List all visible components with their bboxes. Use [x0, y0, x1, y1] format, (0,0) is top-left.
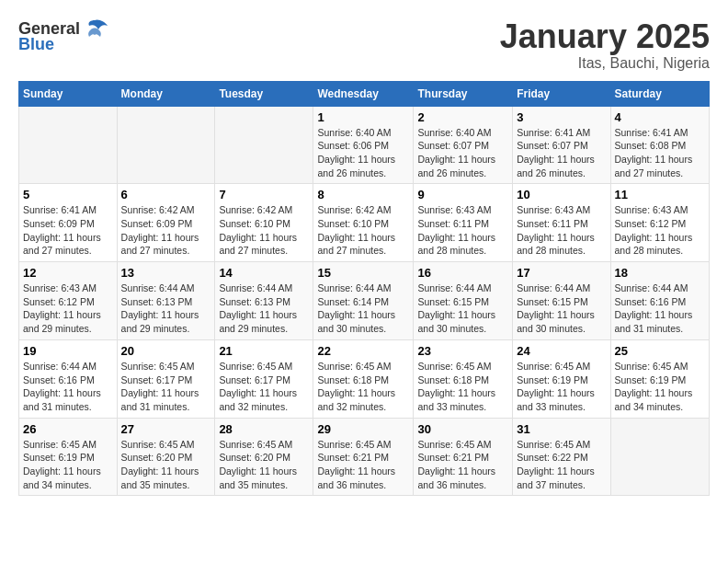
table-row: 3Sunrise: 6:41 AMSunset: 6:07 PMDaylight…: [513, 106, 610, 184]
table-row: 8Sunrise: 6:42 AMSunset: 6:10 PMDaylight…: [313, 184, 414, 262]
day-info: Sunrise: 6:45 AMSunset: 6:22 PMDaylight:…: [517, 438, 606, 492]
table-row: 26Sunrise: 6:45 AMSunset: 6:19 PMDayligh…: [19, 418, 118, 496]
day-number: 11: [615, 188, 705, 201]
day-info: Sunrise: 6:45 AMSunset: 6:21 PMDaylight:…: [417, 438, 508, 492]
table-row: 30Sunrise: 6:45 AMSunset: 6:21 PMDayligh…: [414, 418, 513, 496]
day-number: 29: [317, 422, 409, 436]
table-row: [117, 106, 215, 184]
table-row: 10Sunrise: 6:43 AMSunset: 6:11 PMDayligh…: [513, 184, 610, 262]
table-row: [215, 106, 313, 184]
table-row: [19, 106, 118, 184]
day-info: Sunrise: 6:42 AMSunset: 6:10 PMDaylight:…: [317, 203, 409, 258]
table-row: 23Sunrise: 6:45 AMSunset: 6:18 PMDayligh…: [414, 339, 513, 418]
day-number: 26: [23, 422, 113, 436]
day-number: 28: [219, 422, 309, 436]
day-number: 21: [219, 344, 309, 358]
day-number: 18: [615, 266, 705, 280]
day-info: Sunrise: 6:40 AMSunset: 6:07 PMDaylight:…: [417, 126, 508, 180]
header-tuesday: Tuesday: [215, 81, 313, 106]
calendar-week-row: 19Sunrise: 6:44 AMSunset: 6:16 PMDayligh…: [19, 339, 710, 418]
header-monday: Monday: [117, 81, 215, 106]
table-row: 6Sunrise: 6:42 AMSunset: 6:09 PMDaylight…: [117, 184, 215, 262]
day-info: Sunrise: 6:45 AMSunset: 6:20 PMDaylight:…: [219, 438, 309, 492]
day-info: Sunrise: 6:43 AMSunset: 6:12 PMDaylight:…: [615, 203, 705, 258]
table-row: 9Sunrise: 6:43 AMSunset: 6:11 PMDaylight…: [414, 184, 513, 262]
day-info: Sunrise: 6:45 AMSunset: 6:18 PMDaylight:…: [417, 360, 508, 414]
calendar-week-row: 5Sunrise: 6:41 AMSunset: 6:09 PMDaylight…: [19, 184, 710, 262]
day-number: 17: [517, 266, 606, 280]
table-row: 24Sunrise: 6:45 AMSunset: 6:19 PMDayligh…: [513, 339, 610, 418]
day-info: Sunrise: 6:44 AMSunset: 6:15 PMDaylight:…: [517, 282, 606, 336]
table-row: 2Sunrise: 6:40 AMSunset: 6:07 PMDaylight…: [414, 106, 513, 184]
day-info: Sunrise: 6:45 AMSunset: 6:17 PMDaylight:…: [121, 360, 211, 414]
logo-bird-icon: [82, 18, 108, 39]
day-number: 19: [23, 344, 113, 358]
calendar-week-row: 26Sunrise: 6:45 AMSunset: 6:19 PMDayligh…: [19, 418, 710, 496]
table-row: 20Sunrise: 6:45 AMSunset: 6:17 PMDayligh…: [117, 339, 215, 418]
day-number: 6: [121, 188, 211, 201]
title-section: January 2025 Itas, Bauchi, Nigeria: [500, 18, 710, 72]
day-number: 5: [23, 188, 113, 201]
day-number: 31: [517, 422, 606, 436]
day-number: 4: [615, 110, 705, 124]
table-row: 13Sunrise: 6:44 AMSunset: 6:13 PMDayligh…: [117, 262, 215, 340]
day-info: Sunrise: 6:45 AMSunset: 6:21 PMDaylight:…: [317, 438, 409, 492]
table-row: 29Sunrise: 6:45 AMSunset: 6:21 PMDayligh…: [313, 418, 414, 496]
day-info: Sunrise: 6:45 AMSunset: 6:17 PMDaylight:…: [219, 360, 309, 414]
day-number: 15: [317, 266, 409, 280]
day-number: 16: [417, 266, 508, 280]
day-info: Sunrise: 6:41 AMSunset: 6:09 PMDaylight:…: [23, 203, 113, 258]
day-number: 7: [219, 188, 309, 201]
table-row: 22Sunrise: 6:45 AMSunset: 6:18 PMDayligh…: [313, 339, 414, 418]
day-info: Sunrise: 6:42 AMSunset: 6:10 PMDaylight:…: [219, 203, 309, 258]
day-info: Sunrise: 6:45 AMSunset: 6:19 PMDaylight:…: [517, 360, 606, 414]
day-number: 3: [517, 110, 606, 124]
table-row: 15Sunrise: 6:44 AMSunset: 6:14 PMDayligh…: [313, 262, 414, 340]
day-number: 10: [517, 188, 606, 201]
day-info: Sunrise: 6:40 AMSunset: 6:06 PMDaylight:…: [317, 126, 409, 180]
day-number: 1: [317, 110, 409, 124]
table-row: 14Sunrise: 6:44 AMSunset: 6:13 PMDayligh…: [215, 262, 313, 340]
day-info: Sunrise: 6:43 AMSunset: 6:11 PMDaylight:…: [517, 203, 606, 258]
day-number: 12: [23, 266, 113, 280]
day-info: Sunrise: 6:42 AMSunset: 6:09 PMDaylight:…: [121, 203, 211, 258]
day-number: 2: [417, 110, 508, 124]
day-info: Sunrise: 6:44 AMSunset: 6:16 PMDaylight:…: [615, 282, 705, 336]
table-row: 18Sunrise: 6:44 AMSunset: 6:16 PMDayligh…: [610, 262, 709, 340]
table-row: 12Sunrise: 6:43 AMSunset: 6:12 PMDayligh…: [19, 262, 118, 340]
page-header: General Blue January 2025 Itas, Bauchi, …: [18, 18, 710, 72]
day-info: Sunrise: 6:41 AMSunset: 6:07 PMDaylight:…: [517, 126, 606, 180]
table-row: 7Sunrise: 6:42 AMSunset: 6:10 PMDaylight…: [215, 184, 313, 262]
calendar-table: Sunday Monday Tuesday Wednesday Thursday…: [18, 81, 710, 497]
calendar-header-row: Sunday Monday Tuesday Wednesday Thursday…: [19, 81, 710, 106]
day-number: 30: [417, 422, 508, 436]
day-info: Sunrise: 6:45 AMSunset: 6:19 PMDaylight:…: [23, 438, 113, 492]
header-wednesday: Wednesday: [313, 81, 414, 106]
day-info: Sunrise: 6:45 AMSunset: 6:19 PMDaylight:…: [615, 360, 705, 414]
table-row: 27Sunrise: 6:45 AMSunset: 6:20 PMDayligh…: [117, 418, 215, 496]
day-number: 13: [121, 266, 211, 280]
table-row: 1Sunrise: 6:40 AMSunset: 6:06 PMDaylight…: [313, 106, 414, 184]
day-info: Sunrise: 6:44 AMSunset: 6:16 PMDaylight:…: [23, 360, 113, 414]
day-info: Sunrise: 6:45 AMSunset: 6:18 PMDaylight:…: [317, 360, 409, 414]
day-number: 8: [317, 188, 409, 201]
table-row: 16Sunrise: 6:44 AMSunset: 6:15 PMDayligh…: [414, 262, 513, 340]
calendar-subtitle: Itas, Bauchi, Nigeria: [500, 55, 710, 72]
day-info: Sunrise: 6:41 AMSunset: 6:08 PMDaylight:…: [615, 126, 705, 180]
header-thursday: Thursday: [414, 81, 513, 106]
header-saturday: Saturday: [610, 81, 709, 106]
day-info: Sunrise: 6:45 AMSunset: 6:20 PMDaylight:…: [121, 438, 211, 492]
day-number: 25: [615, 344, 705, 358]
table-row: 19Sunrise: 6:44 AMSunset: 6:16 PMDayligh…: [19, 339, 118, 418]
logo: General Blue: [18, 18, 108, 54]
day-info: Sunrise: 6:44 AMSunset: 6:13 PMDaylight:…: [219, 282, 309, 336]
day-info: Sunrise: 6:44 AMSunset: 6:13 PMDaylight:…: [121, 282, 211, 336]
day-number: 24: [517, 344, 606, 358]
calendar-week-row: 12Sunrise: 6:43 AMSunset: 6:12 PMDayligh…: [19, 262, 710, 340]
table-row: [610, 418, 709, 496]
header-friday: Friday: [513, 81, 610, 106]
header-sunday: Sunday: [19, 81, 118, 106]
table-row: 31Sunrise: 6:45 AMSunset: 6:22 PMDayligh…: [513, 418, 610, 496]
logo-blue: Blue: [18, 35, 54, 54]
day-number: 9: [417, 188, 508, 201]
